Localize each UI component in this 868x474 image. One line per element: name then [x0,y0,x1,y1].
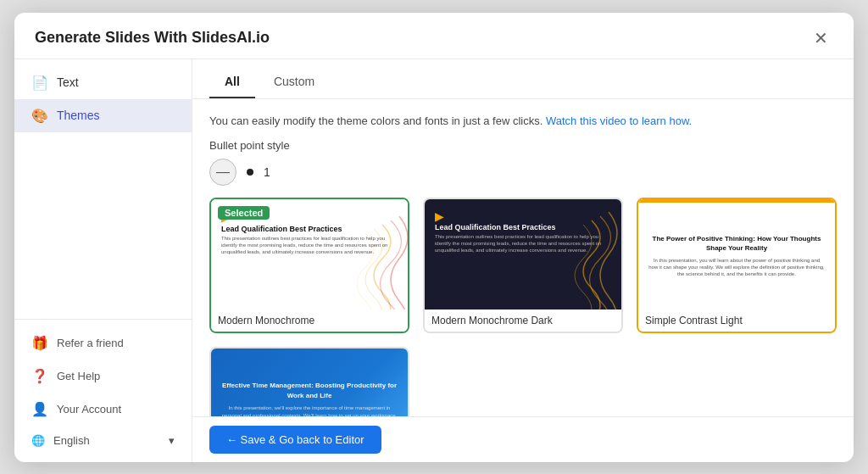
close-button[interactable]: ✕ [809,28,833,48]
slide-body-3: In this presentation, you will learn abo… [648,257,825,278]
sidebar-bottom: 🎁 Refer a friend ❓ Get Help 👤 Your Accou… [14,319,192,455]
themes-icon: 🎨 [31,108,48,124]
text-icon: 📄 [31,75,48,91]
sidebar-account-label: Your Account [57,403,121,415]
themes-grid-bottom: Effective Time Management: Boosting Prod… [209,347,837,416]
selected-badge: Selected [218,206,270,220]
sidebar-refer-label: Refer a friend [57,337,124,349]
info-link[interactable]: Watch this video to learn how. [546,114,692,127]
theme-name-scl: Simple Contrast Light [638,309,835,332]
sidebar-item-refer[interactable]: 🎁 Refer a friend [14,326,192,360]
bullet-dash-btn[interactable]: — [209,159,236,186]
sidebar-item-themes-label: Themes [57,109,100,122]
wave-decoration-dark [541,212,621,309]
sidebar: 📄 Text 🎨 Themes 🎁 Refer a friend ❓ [14,59,192,462]
theme-card-modern-monochrome[interactable]: Selected ▶ Lead Qualification Best Pract… [209,198,409,333]
sidebar-item-help[interactable]: ❓ Get Help [14,360,192,393]
slide-body-4: In this presentation, we'll explore the … [221,404,398,415]
themes-grid-top: Selected ▶ Lead Qualification Best Pract… [209,198,837,333]
account-icon: 👤 [31,401,48,417]
chevron-down-icon: ▾ [169,434,175,447]
tabs-bar: All Custom [192,59,854,99]
sidebar-help-label: Get Help [57,370,100,382]
tab-custom[interactable]: Custom [259,70,330,98]
slide-title-4: Effective Time Management: Boosting Prod… [221,381,398,401]
language-left: 🌐 English [31,434,90,447]
language-label: English [53,434,90,447]
theme-card-blue[interactable]: Effective Time Management: Boosting Prod… [209,347,409,416]
wave-decoration [331,216,408,309]
theme-name-mm: Modern Monochrome [211,309,408,332]
bullet-point-section: Bullet point style — 1 [209,139,837,186]
refer-icon: 🎁 [31,335,48,351]
modal: Generate Slides With SlidesAI.io ✕ 📄 Tex… [14,13,854,462]
help-icon: ❓ [31,368,48,384]
sidebar-item-text-label: Text [57,75,79,89]
main-content: All Custom You can easily modify the the… [192,59,854,462]
footer: ← Save & Go back to Editor [192,416,854,462]
bullet-controls: — 1 [209,159,837,186]
save-go-back-button[interactable]: ← Save & Go back to Editor [209,426,381,454]
slide-title-3: The Power of Positive Thinking: How Your… [648,234,825,253]
sidebar-language[interactable]: 🌐 English ▾ [14,426,192,455]
theme-name-mmd: Modern Monochrome Dark [425,309,621,332]
tab-all[interactable]: All [209,70,255,98]
language-icon: 🌐 [31,434,45,447]
info-text: You can easily modify the theme colors a… [209,113,837,130]
modal-overlay: Generate Slides With SlidesAI.io ✕ 📄 Tex… [0,0,868,474]
theme-card-modern-monochrome-dark[interactable]: ▶ Lead Qualification Best Practices This… [423,198,623,333]
modal-title: Generate Slides With SlidesAI.io [35,29,270,47]
theme-preview-mmd: ▶ Lead Qualification Best Practices This… [425,199,621,309]
bullet-label: Bullet point style [209,139,837,152]
theme-card-simple-contrast-light[interactable]: The Power of Positive Thinking: How Your… [637,198,837,333]
bullet-dot [247,169,253,176]
bullet-number: 1 [264,165,270,179]
sidebar-item-text[interactable]: 📄 Text [14,66,192,99]
theme-preview-blue: Effective Time Management: Boosting Prod… [211,349,408,416]
modal-body: 📄 Text 🎨 Themes 🎁 Refer a friend ❓ [14,59,854,462]
sidebar-top: 📄 Text 🎨 Themes [14,66,192,319]
theme-preview-scl: The Power of Positive Thinking: How Your… [638,199,835,309]
sidebar-item-account[interactable]: 👤 Your Account [14,393,192,426]
sidebar-item-themes[interactable]: 🎨 Themes [14,99,192,132]
modal-header: Generate Slides With SlidesAI.io ✕ [14,13,854,59]
content-area: You can easily modify the theme colors a… [192,99,854,416]
